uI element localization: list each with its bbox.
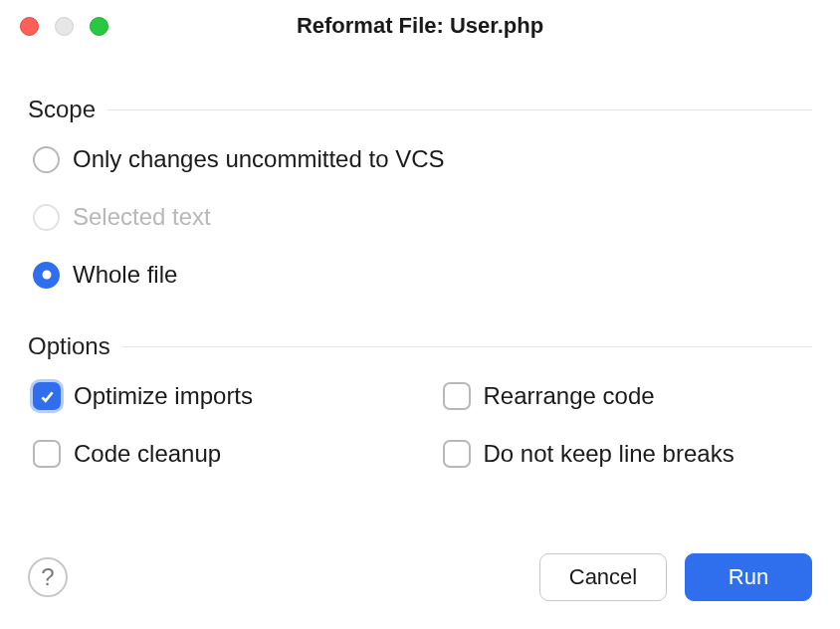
checkbox-label: Code cleanup — [74, 440, 221, 468]
button-label: Cancel — [569, 564, 637, 590]
checkbox-label: Rearrange code — [484, 382, 655, 410]
cancel-button[interactable]: Cancel — [539, 553, 667, 601]
dialog-title: Reformat File: User.php — [297, 13, 543, 39]
divider — [122, 346, 812, 347]
scope-section-header: Scope — [28, 96, 812, 123]
checkbox-label: Do not keep line breaks — [484, 440, 735, 468]
checkbox-no-line-breaks[interactable]: Do not keep line breaks — [443, 440, 813, 468]
radio-icon — [33, 146, 60, 173]
radio-icon — [33, 262, 60, 289]
options-section-title: Options — [28, 332, 110, 360]
radio-selected-text: Selected text — [33, 203, 812, 231]
checkbox-code-cleanup[interactable]: Code cleanup — [33, 440, 403, 468]
footer-buttons: Cancel Run — [539, 553, 812, 601]
checkbox-icon — [443, 440, 471, 468]
help-button[interactable]: ? — [28, 557, 68, 597]
run-button[interactable]: Run — [685, 553, 812, 601]
minimize-window-button — [55, 17, 74, 36]
traffic-lights — [20, 17, 108, 36]
close-window-button[interactable] — [20, 17, 39, 36]
checkbox-rearrange-code[interactable]: Rearrange code — [443, 382, 813, 410]
radio-whole-file[interactable]: Whole file — [33, 261, 812, 289]
titlebar: Reformat File: User.php — [0, 0, 840, 52]
scope-radio-group: Only changes uncommitted to VCS Selected… — [28, 145, 812, 289]
help-icon: ? — [41, 563, 54, 591]
checkbox-label: Optimize imports — [74, 382, 253, 410]
radio-label: Selected text — [73, 203, 211, 231]
options-section-header: Options — [28, 332, 812, 360]
dialog-footer: ? Cancel Run — [0, 527, 840, 629]
radio-label: Whole file — [73, 261, 177, 289]
dialog-window: Reformat File: User.php Scope Only chang… — [0, 0, 840, 629]
button-label: Run — [729, 564, 768, 590]
radio-icon — [33, 204, 60, 231]
options-grid: Optimize imports Rearrange code Code cle… — [28, 382, 812, 468]
radio-label: Only changes uncommitted to VCS — [73, 145, 445, 173]
checkbox-icon — [33, 440, 61, 468]
dialog-content: Scope Only changes uncommitted to VCS Se… — [0, 52, 840, 527]
checkbox-optimize-imports[interactable]: Optimize imports — [33, 382, 403, 410]
checkbox-icon — [33, 382, 61, 410]
scope-section-title: Scope — [28, 96, 96, 123]
divider — [107, 109, 812, 110]
checkbox-icon — [443, 382, 471, 410]
check-icon — [39, 388, 56, 405]
radio-uncommitted-changes[interactable]: Only changes uncommitted to VCS — [33, 145, 812, 173]
zoom-window-button[interactable] — [90, 17, 108, 36]
